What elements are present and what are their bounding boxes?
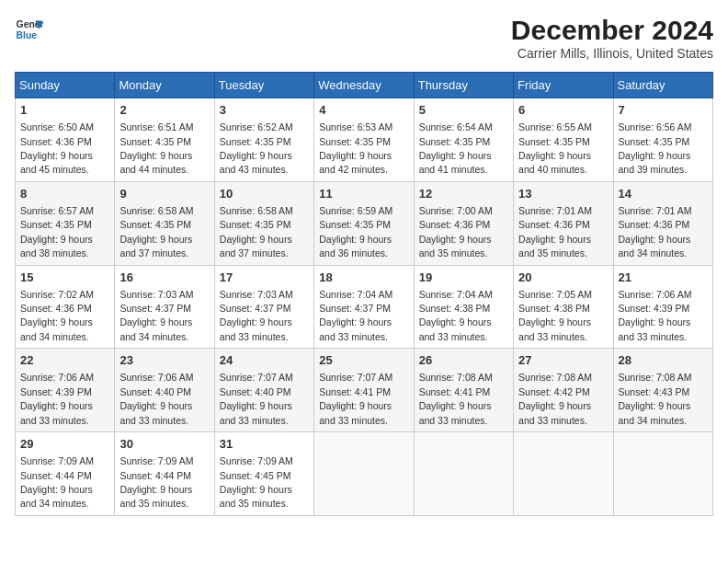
calendar-cell: 29Sunrise: 7:09 AM Sunset: 4:44 PM Dayli… — [16, 432, 115, 516]
day-info: Sunrise: 7:09 AM Sunset: 4:44 PM Dayligh… — [20, 455, 94, 509]
day-number: 23 — [119, 352, 209, 369]
calendar-cell: 2Sunrise: 6:51 AM Sunset: 4:35 PM Daylig… — [115, 98, 214, 182]
day-number: 11 — [319, 186, 408, 202]
day-number: 22 — [20, 352, 109, 369]
day-info: Sunrise: 6:59 AM Sunset: 4:35 PM Dayligh… — [319, 205, 392, 259]
day-number: 25 — [319, 352, 408, 369]
day-number: 12 — [419, 186, 508, 202]
day-number: 16 — [119, 270, 209, 286]
calendar-cell: 10Sunrise: 6:58 AM Sunset: 4:35 PM Dayli… — [214, 181, 313, 265]
header: General Blue December 2024 Carrier Mills… — [15, 15, 713, 61]
calendar-cell: 21Sunrise: 7:06 AM Sunset: 4:39 PM Dayli… — [613, 265, 712, 349]
weekday-header-friday: Friday — [514, 73, 613, 98]
day-info: Sunrise: 7:05 AM Sunset: 4:38 PM Dayligh… — [518, 289, 592, 342]
calendar-week-5: 29Sunrise: 7:09 AM Sunset: 4:44 PM Dayli… — [16, 432, 713, 516]
calendar-week-1: 1Sunrise: 6:50 AM Sunset: 4:36 PM Daylig… — [16, 98, 713, 182]
day-info: Sunrise: 6:52 AM Sunset: 4:35 PM Dayligh… — [220, 121, 293, 175]
calendar-cell: 9Sunrise: 6:58 AM Sunset: 4:35 PM Daylig… — [115, 181, 214, 265]
day-number: 18 — [319, 270, 408, 286]
day-info: Sunrise: 7:06 AM Sunset: 4:40 PM Dayligh… — [119, 372, 193, 425]
calendar-cell: 31Sunrise: 7:09 AM Sunset: 4:45 PM Dayli… — [214, 432, 313, 516]
day-info: Sunrise: 7:09 AM Sunset: 4:45 PM Dayligh… — [220, 455, 293, 509]
calendar-cell — [314, 432, 414, 516]
day-number: 19 — [419, 270, 508, 286]
day-info: Sunrise: 7:09 AM Sunset: 4:44 PM Dayligh… — [119, 455, 193, 509]
calendar-cell: 1Sunrise: 6:50 AM Sunset: 4:36 PM Daylig… — [16, 98, 115, 182]
day-info: Sunrise: 7:07 AM Sunset: 4:41 PM Dayligh… — [319, 372, 392, 425]
calendar-cell: 28Sunrise: 7:08 AM Sunset: 4:43 PM Dayli… — [613, 349, 712, 432]
calendar-cell: 5Sunrise: 6:54 AM Sunset: 4:35 PM Daylig… — [414, 98, 513, 182]
day-number: 21 — [619, 270, 708, 286]
day-number: 27 — [518, 352, 608, 369]
subtitle: Carrier Mills, Illinois, United States — [511, 46, 713, 61]
calendar-cell: 20Sunrise: 7:05 AM Sunset: 4:38 PM Dayli… — [514, 265, 613, 349]
day-number: 13 — [518, 186, 608, 202]
calendar-cell: 23Sunrise: 7:06 AM Sunset: 4:40 PM Dayli… — [115, 349, 214, 432]
day-info: Sunrise: 7:00 AM Sunset: 4:36 PM Dayligh… — [419, 205, 493, 259]
calendar-cell — [414, 432, 513, 516]
day-info: Sunrise: 7:04 AM Sunset: 4:37 PM Dayligh… — [319, 289, 392, 342]
day-number: 20 — [518, 270, 608, 286]
day-info: Sunrise: 7:01 AM Sunset: 4:36 PM Dayligh… — [619, 205, 692, 259]
day-info: Sunrise: 6:56 AM Sunset: 4:35 PM Dayligh… — [619, 121, 692, 175]
calendar-cell — [613, 432, 712, 516]
day-number: 8 — [20, 186, 109, 202]
calendar-cell: 19Sunrise: 7:04 AM Sunset: 4:38 PM Dayli… — [414, 265, 513, 349]
calendar-cell: 25Sunrise: 7:07 AM Sunset: 4:41 PM Dayli… — [314, 349, 414, 432]
day-info: Sunrise: 7:01 AM Sunset: 4:36 PM Dayligh… — [518, 205, 592, 259]
calendar-cell: 26Sunrise: 7:08 AM Sunset: 4:41 PM Dayli… — [414, 349, 513, 432]
calendar: SundayMondayTuesdayWednesdayThursdayFrid… — [15, 72, 713, 516]
logo-icon: General Blue — [15, 15, 44, 44]
day-number: 4 — [319, 102, 408, 119]
main-title: December 2024 — [511, 15, 713, 46]
day-number: 7 — [619, 102, 708, 119]
day-info: Sunrise: 6:55 AM Sunset: 4:35 PM Dayligh… — [518, 121, 592, 175]
day-info: Sunrise: 7:07 AM Sunset: 4:40 PM Dayligh… — [220, 372, 293, 425]
calendar-cell: 22Sunrise: 7:06 AM Sunset: 4:39 PM Dayli… — [16, 349, 115, 432]
day-number: 15 — [20, 270, 109, 286]
calendar-cell: 30Sunrise: 7:09 AM Sunset: 4:44 PM Dayli… — [115, 432, 214, 516]
calendar-week-4: 22Sunrise: 7:06 AM Sunset: 4:39 PM Dayli… — [16, 349, 713, 432]
calendar-cell — [514, 432, 613, 516]
day-number: 17 — [220, 270, 309, 286]
logo: General Blue — [15, 15, 44, 44]
day-info: Sunrise: 6:51 AM Sunset: 4:35 PM Dayligh… — [119, 121, 193, 175]
calendar-cell: 4Sunrise: 6:53 AM Sunset: 4:35 PM Daylig… — [314, 98, 414, 182]
day-number: 3 — [220, 102, 309, 119]
day-number: 1 — [20, 102, 109, 119]
day-info: Sunrise: 6:54 AM Sunset: 4:35 PM Dayligh… — [419, 121, 493, 175]
day-number: 26 — [419, 352, 508, 369]
day-info: Sunrise: 7:02 AM Sunset: 4:36 PM Dayligh… — [20, 289, 94, 342]
calendar-week-3: 15Sunrise: 7:02 AM Sunset: 4:36 PM Dayli… — [16, 265, 713, 349]
day-info: Sunrise: 7:03 AM Sunset: 4:37 PM Dayligh… — [220, 289, 293, 342]
day-number: 30 — [119, 436, 209, 453]
weekday-header-wednesday: Wednesday — [314, 73, 414, 98]
day-info: Sunrise: 7:04 AM Sunset: 4:38 PM Dayligh… — [419, 289, 493, 342]
day-info: Sunrise: 6:53 AM Sunset: 4:35 PM Dayligh… — [319, 121, 392, 175]
day-number: 5 — [419, 102, 508, 119]
day-info: Sunrise: 7:08 AM Sunset: 4:42 PM Dayligh… — [518, 372, 592, 425]
calendar-cell: 17Sunrise: 7:03 AM Sunset: 4:37 PM Dayli… — [214, 265, 313, 349]
day-info: Sunrise: 7:08 AM Sunset: 4:43 PM Dayligh… — [619, 372, 692, 425]
day-number: 28 — [619, 352, 708, 369]
day-info: Sunrise: 7:06 AM Sunset: 4:39 PM Dayligh… — [619, 289, 692, 342]
day-info: Sunrise: 6:57 AM Sunset: 4:35 PM Dayligh… — [20, 205, 94, 259]
calendar-cell: 12Sunrise: 7:00 AM Sunset: 4:36 PM Dayli… — [414, 181, 513, 265]
day-info: Sunrise: 7:08 AM Sunset: 4:41 PM Dayligh… — [419, 372, 493, 425]
calendar-cell: 14Sunrise: 7:01 AM Sunset: 4:36 PM Dayli… — [613, 181, 712, 265]
day-number: 24 — [220, 352, 309, 369]
calendar-cell: 3Sunrise: 6:52 AM Sunset: 4:35 PM Daylig… — [214, 98, 313, 182]
day-number: 2 — [119, 102, 209, 119]
day-info: Sunrise: 6:58 AM Sunset: 4:35 PM Dayligh… — [119, 205, 193, 259]
day-number: 6 — [518, 102, 608, 119]
weekday-header-tuesday: Tuesday — [214, 73, 313, 98]
calendar-cell: 27Sunrise: 7:08 AM Sunset: 4:42 PM Dayli… — [514, 349, 613, 432]
day-info: Sunrise: 7:03 AM Sunset: 4:37 PM Dayligh… — [119, 289, 193, 342]
weekday-header-sunday: Sunday — [16, 73, 115, 98]
day-info: Sunrise: 6:50 AM Sunset: 4:36 PM Dayligh… — [20, 121, 94, 175]
weekday-header-monday: Monday — [115, 73, 214, 98]
calendar-cell: 15Sunrise: 7:02 AM Sunset: 4:36 PM Dayli… — [16, 265, 115, 349]
day-number: 14 — [619, 186, 708, 202]
calendar-cell: 13Sunrise: 7:01 AM Sunset: 4:36 PM Dayli… — [514, 181, 613, 265]
calendar-cell: 7Sunrise: 6:56 AM Sunset: 4:35 PM Daylig… — [613, 98, 712, 182]
